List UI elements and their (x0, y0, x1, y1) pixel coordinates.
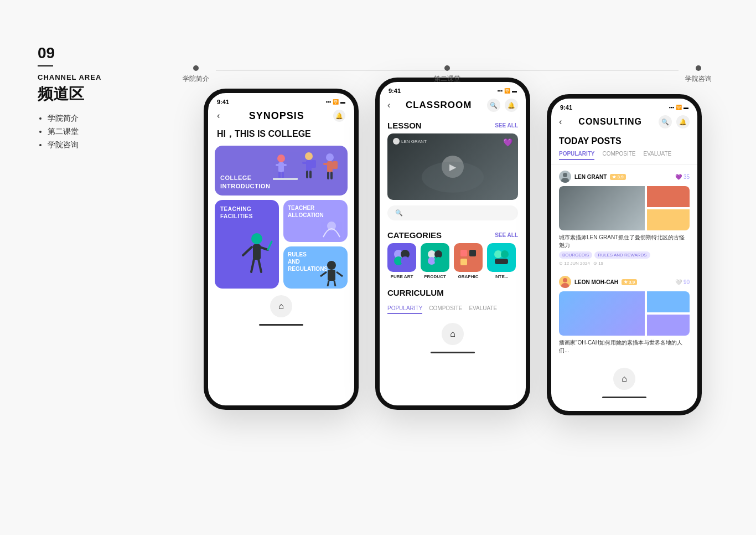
card-teacher-label: TEACHERALLOCATION (288, 204, 343, 219)
phone3-header: ‹ CONSULTING 🔍 🔔 (551, 113, 697, 133)
status-icons-3: ▪▪▪ 🛜 ▬ (669, 105, 688, 110)
like-count-1: 💜 35 (675, 174, 690, 180)
card-college-intro[interactable]: COLLEGEINTRODUCTION (215, 146, 348, 196)
phone-consulting: 9:41 ▪▪▪ 🛜 ▬ ‹ CONSULTING 🔍 🔔 TODAY POST… (547, 94, 702, 415)
svg-point-27 (327, 261, 336, 270)
bell-icon-1[interactable]: 🔔 (333, 110, 345, 122)
channel-zh: 频道区 (38, 84, 101, 105)
phone1-header: ‹ SYNOPSIS 🔔 (208, 107, 354, 126)
pop-tab-composite[interactable]: COMPOSITE (602, 151, 635, 160)
card-college-label: COLLEGEINTRODUCTION (220, 174, 270, 190)
back-button-3[interactable]: ‹ (559, 117, 562, 127)
battery-icon-1: ▬ (340, 99, 345, 105)
pop-tab-evaluate[interactable]: EVALUATE (643, 151, 671, 160)
post-images-2 (559, 291, 690, 336)
svg-rect-11 (306, 171, 308, 178)
svg-point-19 (251, 233, 262, 244)
card-rules[interactable]: RULESANDREGULATIONS (283, 246, 348, 289)
bell-icon-3[interactable]: 🔔 (676, 115, 690, 128)
svg-rect-9 (302, 162, 307, 164)
author-rating-1: ★ 3.9 (610, 174, 625, 180)
svg-line-23 (251, 259, 254, 272)
left-panel: 09 CHANNEL AREA 频道区 学院简介 第二课堂 学院咨询 (38, 44, 101, 153)
post-card-2: LEON MOH-CAH ★ 3.9 🤍 90 插画家"OH-CAH如何用她的素… (551, 270, 697, 361)
cat-label-1: PURE ART (391, 274, 413, 279)
video-thumbnail[interactable]: LEN GRANT 💜 ▶ (387, 133, 518, 200)
search-icon-3[interactable]: 🔍 (659, 115, 672, 128)
svg-line-21 (243, 247, 252, 255)
author-name-1: LEN GRANT (574, 174, 607, 180)
teaching-illustration (237, 230, 276, 286)
home-button-2[interactable]: ⌂ (442, 323, 464, 345)
avatar-svg-1 (559, 171, 571, 183)
tab-popularity-2[interactable]: POPULARITY (387, 305, 422, 314)
author-rating-2: ★ 3.9 (622, 279, 637, 285)
timeline-dot-3 (696, 65, 701, 71)
lesson-title: LESSON (387, 121, 422, 130)
svg-point-37 (401, 256, 410, 265)
svg-point-47 (501, 250, 509, 258)
cat-label-4: INTE... (495, 274, 509, 279)
like-count-2: 🤍 90 (675, 279, 690, 285)
post-desc-2: 插画家"OH-CAH如何用她的素描本与世界各地的人们... (559, 339, 690, 354)
classroom-title: CLASSROOM (406, 100, 472, 111)
phone1-bottom: ⌂ (208, 289, 354, 322)
tag-1a[interactable]: BOURGEOIS (559, 251, 592, 259)
svg-rect-1 (278, 162, 284, 172)
category-pure-art[interactable]: PURE ART (387, 243, 416, 279)
inte-icon (490, 246, 512, 269)
home-button-3[interactable]: ⌂ (613, 368, 635, 390)
svg-line-22 (260, 247, 268, 250)
categories-see-all[interactable]: SEE ALL (495, 232, 518, 238)
timeline: 学院简介 第二课堂 学院咨询 (183, 65, 712, 84)
lesson-see-all[interactable]: SEE ALL (495, 122, 518, 128)
phone-synopsis: 9:41 ▪▪▪ 🛜 ▬ ‹ SYNOPSIS 🔔 HI，THIS IS COL… (204, 89, 359, 410)
post-main-img-2 (559, 291, 645, 336)
search-icon-2[interactable]: 🔍 (487, 99, 500, 112)
card-teacher[interactable]: TEACHERALLOCATION (283, 200, 348, 242)
consulting-title: CONSULTING (578, 117, 642, 127)
category-product[interactable]: PRODUCT (421, 243, 449, 279)
svg-rect-4 (278, 172, 281, 178)
phones-container: 9:41 ▪▪▪ 🛜 ▬ ‹ SYNOPSIS 🔔 HI，THIS IS COL… (166, 89, 739, 415)
tab-evaluate-2[interactable]: EVALUATE (469, 305, 497, 314)
svg-line-25 (268, 241, 272, 250)
cat-label-3: GRAPHIC (458, 274, 479, 279)
card-teaching[interactable]: TEACHINGFACILITIES (215, 200, 279, 289)
back-button-1[interactable]: ‹ (217, 111, 220, 121)
header-icons-2: 🔍 🔔 (487, 99, 518, 112)
pop-tab-popularity[interactable]: POPULARITY (559, 151, 594, 160)
page-number: 09 (38, 44, 101, 62)
svg-rect-10 (311, 160, 316, 168)
signal-icon-2: ▪▪▪ (497, 88, 503, 94)
back-button-2[interactable]: ‹ (387, 100, 390, 110)
svg-line-31 (328, 281, 329, 286)
menu-item-2: 第二课堂 (48, 127, 101, 137)
home-indicator-3 (602, 397, 646, 398)
svg-point-40 (428, 257, 436, 265)
svg-point-53 (563, 278, 567, 282)
post-views-1: ⊙ 19 (593, 261, 603, 266)
bell-icon-2[interactable]: 🔔 (505, 99, 518, 112)
category-inte[interactable]: INTE... (487, 243, 516, 279)
svg-rect-5 (282, 172, 284, 178)
menu-item-1: 学院简介 (48, 114, 101, 124)
menu-item-3: 学院咨询 (48, 140, 101, 150)
svg-rect-16 (333, 161, 338, 169)
like-number-1: 35 (683, 174, 690, 180)
tag-1b[interactable]: RULES AND REWARDS (594, 251, 650, 259)
post-meta-1: ⊙ 12 JUN 2024 ⊙ 19 (559, 261, 690, 266)
product-icon (424, 246, 446, 269)
wifi-icon-1: 🛜 (333, 99, 339, 105)
home-indicator-2 (431, 352, 475, 353)
timeline-item-1: 学院简介 (183, 65, 209, 84)
post-date-1: ⊙ 12 JUN 2024 (559, 261, 590, 266)
author-info-2: LEON MOH-CAH ★ 3.9 (559, 276, 637, 288)
home-button-1[interactable]: ⌂ (270, 295, 292, 317)
tab-composite-2[interactable]: COMPOSITE (429, 305, 462, 314)
search-bar-2[interactable]: 🔍 (387, 205, 518, 220)
svg-rect-45 (469, 259, 476, 265)
category-graphic[interactable]: GRAPHIC (454, 243, 483, 279)
status-icons-2: ▪▪▪ 🛜 ▬ (497, 88, 517, 94)
post-sub-img-2b (647, 315, 690, 336)
